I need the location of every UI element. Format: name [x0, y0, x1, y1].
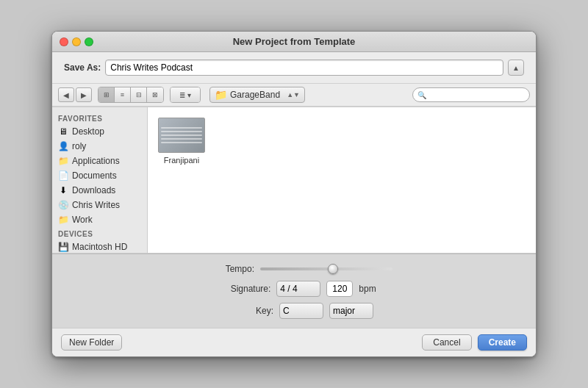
toolbar-row: ◀ ▶ ⊞ ≡ ⊟ ⊠ ≣ ▾ 📁 GarageBand ▲▼ 🔍	[52, 83, 536, 107]
favorites-section-label: FAVORITES	[52, 112, 147, 124]
signature-row: Signature: 4 / 4 3 / 4 6 / 8 bpm	[212, 281, 376, 297]
tempo-row: Tempo:	[196, 263, 392, 275]
bpm-label: bpm	[359, 284, 376, 294]
mode-select[interactable]: major minor	[329, 303, 373, 319]
sidebar-label-roly: roly	[72, 141, 86, 151]
nav-buttons: ◀ ▶	[58, 87, 92, 102]
bpm-input[interactable]	[326, 281, 353, 297]
thumb-line-2	[161, 131, 202, 132]
dialog-title: New Project from Template	[233, 36, 356, 47]
thumbnail-lines	[161, 122, 202, 149]
search-input[interactable]	[429, 90, 525, 99]
expand-button[interactable]: ▲	[508, 60, 524, 76]
location-name: GarageBand	[230, 90, 284, 100]
devices-section-label: DEVICES	[52, 227, 147, 240]
file-list: Franjipani	[148, 107, 536, 253]
signature-select[interactable]: 4 / 4 3 / 4 6 / 8	[276, 281, 320, 297]
footer-buttons: Cancel Create	[422, 334, 527, 351]
thumb-line-1	[161, 127, 202, 129]
create-button[interactable]: Create	[478, 334, 527, 351]
location-dropdown[interactable]: 📁 GarageBand ▲▼	[209, 87, 305, 103]
disc-icon: 💿	[58, 200, 68, 210]
sidebar-label-macintosh-hd: Macintosh HD	[72, 242, 127, 252]
thumb-line-5	[161, 142, 202, 143]
hd-icon: 💾	[58, 242, 68, 252]
new-folder-button[interactable]: New Folder	[61, 334, 122, 351]
sidebar-item-work[interactable]: 📁 Work	[52, 212, 147, 227]
back-button[interactable]: ◀	[58, 87, 74, 102]
user-icon: 👤	[58, 141, 68, 151]
saveas-label: Save As:	[64, 62, 101, 73]
forward-button[interactable]: ▶	[76, 87, 92, 102]
applications-icon: 📁	[58, 156, 68, 166]
footer-row: New Folder Cancel Create	[52, 328, 536, 356]
file-name: Franjipani	[164, 156, 199, 165]
file-item-franjipani[interactable]: Franjipani	[155, 115, 208, 168]
traffic-lights	[60, 37, 93, 46]
view-cover-button[interactable]: ⊠	[147, 87, 163, 102]
tempo-label: Tempo:	[196, 264, 254, 274]
sidebar-label-work: Work	[72, 215, 93, 225]
thumb-line-3	[161, 134, 202, 136]
close-button[interactable]	[60, 37, 68, 46]
cancel-button[interactable]: Cancel	[422, 334, 471, 351]
search-box: 🔍	[412, 87, 530, 102]
sidebar-item-desktop[interactable]: 🖥 Desktop	[52, 124, 147, 139]
slider-track	[260, 267, 392, 270]
work-folder-icon: 📁	[58, 215, 68, 225]
sidebar-item-macintosh-hd[interactable]: 💾 Macintosh HD	[52, 240, 147, 253]
desktop-icon: 🖥	[58, 126, 68, 137]
sidebar-label-downloads: Downloads	[72, 185, 115, 195]
file-thumbnail	[158, 118, 205, 153]
view-icon-button[interactable]: ⊞	[98, 87, 115, 102]
sidebar-item-downloads[interactable]: ⬇ Downloads	[52, 183, 147, 198]
sidebar-item-applications[interactable]: 📁 Applications	[52, 154, 147, 168]
sidebar-label-applications: Applications	[72, 156, 120, 166]
sidebar-item-documents[interactable]: 📄 Documents	[52, 168, 147, 183]
saveas-row: Save As: ▲	[52, 52, 536, 83]
sort-button[interactable]: ≣ ▾	[171, 87, 200, 102]
key-row: Key: C D E F G A B major minor	[215, 303, 373, 319]
key-label: Key:	[215, 306, 273, 316]
settings-grid: Tempo: Signature: 4 / 4 3 / 4 6 / 8 bpm	[67, 263, 521, 319]
downloads-icon: ⬇	[58, 185, 68, 195]
maximize-button[interactable]	[85, 37, 93, 46]
sidebar-label-documents: Documents	[72, 170, 117, 181]
file-browser: FAVORITES 🖥 Desktop 👤 roly 📁 Application…	[52, 107, 536, 254]
key-select[interactable]: C D E F G A B	[279, 303, 323, 319]
documents-icon: 📄	[58, 170, 68, 181]
folder-icon: 📁	[215, 89, 227, 101]
new-project-dialog: New Project from Template Save As: ▲ ◀ ▶…	[51, 31, 537, 357]
sidebar: FAVORITES 🖥 Desktop 👤 roly 📁 Application…	[52, 107, 148, 253]
signature-label: Signature:	[212, 284, 270, 294]
minimize-button[interactable]	[72, 37, 81, 46]
titlebar: New Project from Template	[52, 32, 536, 52]
slider-thumb[interactable]	[328, 264, 338, 274]
sidebar-item-roly[interactable]: 👤 roly	[52, 139, 147, 154]
sidebar-label-desktop: Desktop	[72, 126, 104, 137]
settings-panel: Tempo: Signature: 4 / 4 3 / 4 6 / 8 bpm	[52, 254, 536, 328]
view-list-button[interactable]: ≡	[115, 87, 131, 102]
sort-button-group: ≣ ▾	[170, 87, 201, 103]
saveas-input[interactable]	[105, 60, 503, 76]
dropdown-arrow: ▲▼	[287, 91, 300, 98]
sidebar-item-chris-writes[interactable]: 💿 Chris Writes	[52, 198, 147, 212]
tempo-slider[interactable]	[260, 263, 392, 275]
sidebar-label-chris-writes: Chris Writes	[72, 200, 120, 210]
search-icon: 🔍	[417, 91, 426, 99]
view-columns-button[interactable]: ⊟	[131, 87, 147, 102]
thumb-line-4	[161, 138, 202, 140]
view-buttons: ⊞ ≡ ⊟ ⊠	[98, 87, 164, 103]
